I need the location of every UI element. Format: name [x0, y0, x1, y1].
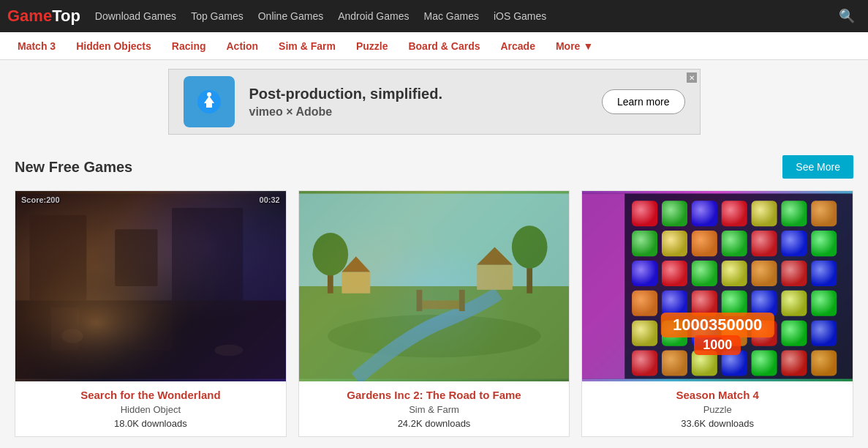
svg-rect-51 — [632, 291, 657, 316]
game-card-2[interactable]: Gardens Inc 2: The Road to Fame Sim & Fa… — [298, 190, 570, 437]
svg-rect-58 — [632, 321, 657, 346]
game3-genre: Puzzle — [591, 404, 844, 415]
svg-rect-53 — [692, 291, 717, 316]
svg-rect-64 — [812, 321, 837, 346]
game-card-1[interactable]: Score:200 00:32 — [15, 190, 287, 437]
svg-rect-30 — [632, 201, 657, 226]
svg-rect-57 — [812, 291, 837, 316]
ad-brands: vimeo × Adobe — [249, 105, 587, 119]
svg-rect-67 — [692, 351, 717, 376]
svg-rect-43 — [812, 231, 837, 256]
see-more-button[interactable]: See More — [782, 155, 853, 179]
cat-match3[interactable]: Match 3 — [7, 32, 66, 60]
main-content: New Free Games See More Score:200 00:32 — [0, 143, 868, 448]
svg-rect-40 — [722, 231, 747, 256]
game2-downloads: 24.2K downloads — [308, 418, 561, 429]
game1-downloads: 18.0K downloads — [24, 418, 277, 429]
game3-downloads: 33.6K downloads — [591, 418, 844, 429]
ad-tagline: Post-production, simplified. — [249, 86, 587, 102]
svg-rect-32 — [692, 201, 717, 226]
nav-android-games[interactable]: Android Games — [338, 10, 409, 22]
svg-rect-55 — [752, 291, 777, 316]
cat-racing[interactable]: Racing — [162, 32, 216, 60]
svg-rect-34 — [752, 201, 777, 226]
game2-genre: Sim & Farm — [308, 404, 561, 415]
svg-rect-49 — [782, 261, 807, 286]
nav-top-games[interactable]: Top Games — [191, 10, 244, 22]
more-categories-button[interactable]: More ▼ — [546, 32, 603, 60]
site-logo[interactable]: GameTop — [7, 7, 80, 26]
cat-action[interactable]: Action — [216, 32, 269, 60]
game1-title: Search for the Wonderland — [24, 389, 277, 401]
svg-rect-47 — [722, 261, 747, 286]
svg-rect-62 — [752, 321, 777, 346]
game-card-3[interactable]: 1000350000 1000 Season Match 4 Puzzle 33… — [581, 190, 853, 437]
svg-rect-45 — [662, 261, 687, 286]
search-button[interactable]: 🔍 — [833, 5, 861, 27]
svg-rect-56 — [782, 291, 807, 316]
category-navigation: Match 3 Hidden Objects Racing Action Sim… — [0, 32, 868, 60]
svg-rect-41 — [752, 231, 777, 256]
svg-rect-46 — [692, 261, 717, 286]
nav-ios-games[interactable]: iOS Games — [494, 10, 546, 22]
game-thumb-2 — [299, 191, 570, 381]
game-thumb-3: 1000350000 1000 — [582, 191, 853, 381]
svg-rect-33 — [722, 201, 747, 226]
advertisement-banner: Post-production, simplified. vimeo × Ado… — [0, 60, 868, 143]
svg-rect-42 — [782, 231, 807, 256]
nav-online-games[interactable]: Online Games — [258, 10, 323, 22]
svg-rect-69 — [752, 351, 777, 376]
svg-rect-37 — [632, 231, 657, 256]
svg-rect-61 — [722, 321, 747, 346]
svg-rect-54 — [722, 291, 747, 316]
svg-rect-31 — [662, 201, 687, 226]
ad-content: Post-production, simplified. vimeo × Ado… — [168, 69, 701, 135]
svg-rect-59 — [662, 321, 687, 346]
svg-rect-50 — [812, 261, 837, 286]
more-label: More — [556, 40, 580, 52]
cat-arcade[interactable]: Arcade — [490, 32, 545, 60]
svg-rect-28 — [582, 194, 624, 379]
game3-info: Season Match 4 Puzzle 33.6K downloads — [582, 381, 853, 436]
svg-rect-44 — [632, 261, 657, 286]
section-header: New Free Games See More — [15, 155, 853, 179]
cat-board-cards[interactable]: Board & Cards — [398, 32, 490, 60]
dropdown-arrow-icon: ▼ — [583, 40, 593, 52]
game1-info: Search for the Wonderland Hidden Object … — [15, 381, 286, 436]
svg-rect-60 — [692, 321, 717, 346]
svg-rect-63 — [782, 321, 807, 346]
game2-title: Gardens Inc 2: The Road to Fame — [308, 389, 561, 401]
ad-brand-label: vimeo × Adobe — [249, 105, 333, 119]
logo-game: Game — [7, 7, 52, 25]
svg-rect-38 — [662, 231, 687, 256]
cat-sim-farm[interactable]: Sim & Farm — [268, 32, 346, 60]
top-nav-links: Download Games Top Games Online Games An… — [95, 10, 833, 22]
nav-mac-games[interactable]: Mac Games — [423, 10, 478, 22]
svg-rect-66 — [662, 351, 687, 376]
svg-rect-71 — [812, 351, 837, 376]
svg-rect-48 — [752, 261, 777, 286]
game3-title: Season Match 4 — [591, 389, 844, 401]
section-title: New Free Games — [15, 159, 132, 176]
svg-point-1 — [207, 92, 211, 97]
svg-rect-26 — [299, 194, 570, 379]
top-navigation: GameTop Download Games Top Games Online … — [0, 0, 868, 32]
ad-text-block: Post-production, simplified. vimeo × Ado… — [249, 86, 587, 119]
svg-rect-36 — [812, 201, 837, 226]
ad-close-icon[interactable]: ✕ — [687, 72, 697, 83]
games-grid: Score:200 00:32 — [15, 190, 853, 437]
svg-rect-39 — [692, 231, 717, 256]
cat-puzzle[interactable]: Puzzle — [346, 32, 399, 60]
cat-hidden-objects[interactable]: Hidden Objects — [66, 32, 162, 60]
logo-top: Top — [52, 7, 80, 25]
svg-rect-11 — [15, 194, 286, 379]
game1-genre: Hidden Object — [24, 404, 277, 415]
svg-rect-35 — [782, 201, 807, 226]
svg-rect-52 — [662, 291, 687, 316]
game-thumb-1: Score:200 00:32 — [15, 191, 286, 381]
ad-logo-icon — [184, 76, 235, 127]
ad-learn-more-button[interactable]: Learn more — [602, 89, 685, 114]
svg-rect-68 — [722, 351, 747, 376]
game2-info: Gardens Inc 2: The Road to Fame Sim & Fa… — [299, 381, 570, 436]
nav-download-games[interactable]: Download Games — [95, 10, 176, 22]
